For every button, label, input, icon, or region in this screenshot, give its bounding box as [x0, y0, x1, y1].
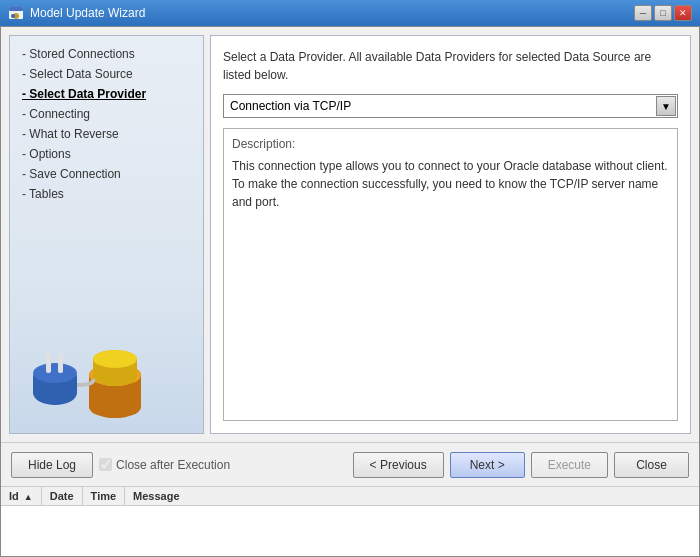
nav-item-what-to-reverse[interactable]: - What to Reverse — [16, 124, 197, 144]
svg-point-3 — [11, 14, 15, 18]
nav-item-connecting[interactable]: - Connecting — [16, 104, 197, 124]
content-area: - Stored Connections - Select Data Sourc… — [1, 27, 699, 442]
nav-item-tables[interactable]: - Tables — [16, 184, 197, 204]
execute-button[interactable]: Execute — [531, 452, 608, 478]
app-icon — [8, 5, 24, 21]
log-area: Id ▲ Date Time Message — [1, 486, 699, 556]
close-after-execution-checkbox[interactable] — [99, 458, 112, 471]
log-col-id-label: Id — [9, 490, 19, 502]
close-after-execution-area: Close after Execution — [99, 458, 347, 472]
log-col-date-label: Date — [50, 490, 74, 502]
svg-rect-1 — [9, 7, 23, 11]
panel-header-text: Select a Data Provider. All available Da… — [223, 48, 678, 84]
nav-item-options[interactable]: - Options — [16, 144, 197, 164]
sort-icon: ▲ — [24, 492, 33, 502]
svg-rect-8 — [58, 353, 63, 373]
next-button[interactable]: Next > — [450, 452, 525, 478]
nav-item-save-connection[interactable]: - Save Connection — [16, 164, 197, 184]
log-col-date[interactable]: Date — [42, 487, 83, 505]
log-col-time-label: Time — [91, 490, 116, 502]
log-col-id[interactable]: Id ▲ — [1, 487, 42, 505]
title-bar-buttons: ─ □ ✕ — [634, 5, 692, 21]
title-bar-text: Model Update Wizard — [30, 6, 634, 20]
previous-button[interactable]: < Previous — [353, 452, 444, 478]
provider-dropdown-row: Connection via TCP/IP Connection via OCI… — [223, 94, 678, 118]
hide-log-button[interactable]: Hide Log — [11, 452, 93, 478]
svg-point-16 — [93, 350, 137, 368]
svg-point-15 — [93, 368, 137, 386]
svg-point-11 — [89, 396, 141, 418]
button-row: Hide Log Close after Execution < Previou… — [1, 442, 699, 486]
right-panel: Select a Data Provider. All available Da… — [210, 35, 691, 434]
nav-item-stored-connections[interactable]: - Stored Connections — [16, 44, 197, 64]
log-body[interactable] — [1, 506, 699, 556]
log-col-message[interactable]: Message — [125, 487, 699, 505]
log-header: Id ▲ Date Time Message — [1, 487, 699, 506]
wizard-illustration — [20, 323, 150, 423]
nav-item-select-data-provider[interactable]: - Select Data Provider — [16, 84, 197, 104]
title-bar: Model Update Wizard ─ □ ✕ — [0, 0, 700, 26]
description-box: Description: This connection type allows… — [223, 128, 678, 421]
nav-item-select-data-source[interactable]: - Select Data Source — [16, 64, 197, 84]
left-panel: - Stored Connections - Select Data Sourc… — [9, 35, 204, 434]
close-button[interactable]: Close — [614, 452, 689, 478]
minimize-button[interactable]: ─ — [634, 5, 652, 21]
log-col-message-label: Message — [133, 490, 179, 502]
nav-list: - Stored Connections - Select Data Sourc… — [10, 36, 203, 212]
description-label: Description: — [232, 137, 669, 151]
wizard-image — [10, 313, 203, 433]
description-text: This connection type allows you to conne… — [232, 157, 669, 211]
dialog: - Stored Connections - Select Data Sourc… — [0, 26, 700, 557]
svg-rect-7 — [46, 353, 51, 373]
log-col-time[interactable]: Time — [83, 487, 125, 505]
svg-point-6 — [33, 363, 77, 383]
maximize-button[interactable]: □ — [654, 5, 672, 21]
provider-dropdown[interactable]: Connection via TCP/IP Connection via OCI… — [223, 94, 678, 118]
close-after-execution-label: Close after Execution — [116, 458, 230, 472]
close-window-button[interactable]: ✕ — [674, 5, 692, 21]
